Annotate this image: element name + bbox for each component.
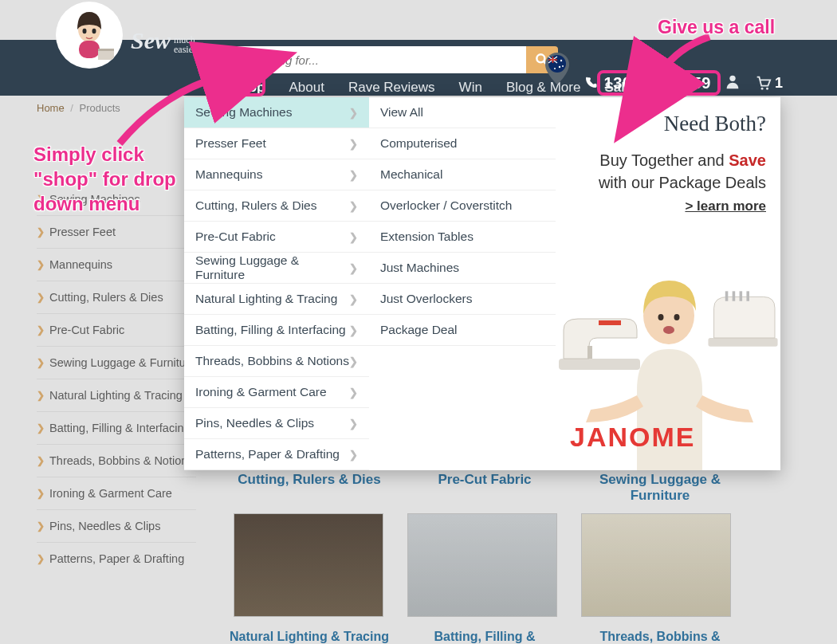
mega-item[interactable]: Batting, Filling & Interfacing❯: [184, 315, 369, 346]
chevron-right-icon: ❯: [37, 488, 45, 499]
sidebar-item[interactable]: ❯Batting, Filling & Interfacing: [37, 411, 196, 444]
card-link[interactable]: Pre-Cut Fabric: [405, 472, 564, 504]
mega-subitem[interactable]: Just Machines: [369, 253, 556, 284]
mega-item-label: Sewing Luggage & Furniture: [195, 253, 349, 282]
sidebar-item[interactable]: ❯Pins, Needles & Clips: [37, 509, 196, 542]
chevron-right-icon: ❯: [349, 293, 358, 305]
card-link[interactable]: Threads, Bobbins & Notions: [580, 630, 740, 644]
mega-subitem[interactable]: Extension Tables: [369, 222, 556, 253]
mega-subitem[interactable]: Package Deal: [369, 315, 556, 346]
mega-item[interactable]: Sewing Machines❯: [184, 97, 369, 128]
sidebar-item[interactable]: ❯Presser Feet: [37, 215, 196, 248]
promo-image: JANOME: [556, 263, 780, 470]
mega-item-label: Batting, Filling & Interfacing: [195, 323, 346, 337]
chevron-right-icon: ❯: [349, 231, 358, 243]
mega-item-label: Pins, Needles & Clips: [195, 416, 314, 430]
sidebar-item-label: Ironing & Garment Care: [49, 487, 172, 500]
sidebar-item-label: Threads, Bobbins & Notions: [49, 454, 194, 467]
sidebar-item[interactable]: ❯Sewing Machines: [37, 183, 196, 215]
card-link[interactable]: Natural Lighting & Tracing: [230, 630, 389, 644]
sidebar-item[interactable]: ❯Cutting, Rulers & Dies: [37, 281, 196, 313]
mega-col2: View AllComputerisedMechanicalOverlocker…: [369, 97, 556, 470]
logo-avatar: [56, 2, 123, 69]
card-thumb[interactable]: [234, 513, 383, 617]
card-thumb[interactable]: [581, 513, 731, 617]
mega-subitem-label: Overlocker / Coverstitch: [380, 198, 512, 213]
phone-number[interactable]: 1300 88 11 59: [584, 74, 711, 92]
svg-point-27: [658, 314, 664, 320]
mega-subitem[interactable]: Overlocker / Coverstitch: [369, 190, 556, 222]
sidebar-item-label: Patterns, Paper & Drafting: [49, 552, 184, 565]
logo[interactable]: Sewmucheasier: [56, 2, 196, 69]
chevron-right-icon: ❯: [349, 355, 358, 367]
mega-subitem[interactable]: Mechanical: [369, 159, 556, 190]
search-bar: [226, 46, 558, 73]
mega-subitem-label: Extension Tables: [380, 230, 474, 244]
card-link[interactable]: Batting, Filling & Interfacing: [405, 630, 564, 644]
mega-item-label: Ironing & Garment Care: [195, 385, 327, 399]
mega-subitem-label: Mechanical: [380, 167, 442, 182]
mega-item-label: Patterns, Paper & Drafting: [195, 447, 340, 461]
chevron-right-icon: ❯: [37, 194, 45, 205]
breadcrumb-home[interactable]: Home: [37, 102, 65, 114]
sidebar-item[interactable]: ❯Patterns, Paper & Drafting: [37, 542, 196, 575]
svg-point-14: [562, 65, 564, 67]
mega-subitem-label: View All: [380, 105, 423, 120]
mega-item-label: Presser Feet: [195, 136, 266, 151]
sidebar-item[interactable]: ❯Pre-Cut Fabric: [37, 313, 196, 346]
svg-point-3: [92, 29, 96, 33]
chevron-right-icon: ❯: [37, 422, 45, 434]
mega-subitem[interactable]: Computerised: [369, 128, 556, 159]
card-link[interactable]: Sewing Luggage & Furniture: [580, 472, 740, 504]
phone-icon: [584, 76, 598, 90]
account-icon[interactable]: [724, 73, 741, 93]
sidebar-item[interactable]: ❯Sewing Luggage & Furniture: [37, 346, 196, 379]
chevron-right-icon: ❯: [37, 553, 45, 564]
sidebar-item-label: Natural Lighting & Tracing: [49, 389, 183, 402]
card-thumb[interactable]: [407, 513, 557, 617]
sidebar-item[interactable]: ❯Ironing & Garment Care: [37, 477, 196, 509]
cart-count: 1: [775, 75, 783, 92]
product-row1-titles: Cutting, Rulers & Dies Pre-Cut Fabric Se…: [230, 472, 740, 504]
sidebar-item[interactable]: ❯Threads, Bobbins & Notions: [37, 444, 196, 477]
promo-brand: JANOME: [570, 422, 695, 453]
svg-point-16: [761, 88, 764, 90]
mega-item[interactable]: Pins, Needles & Clips❯: [184, 408, 369, 439]
card-link[interactable]: Cutting, Rulers & Dies: [230, 472, 389, 504]
sidebar-item[interactable]: ❯Mannequins: [37, 248, 196, 281]
mega-item[interactable]: Ironing & Garment Care❯: [184, 377, 369, 408]
chevron-right-icon: ❯: [37, 455, 45, 466]
svg-point-11: [560, 60, 561, 61]
chevron-right-icon: ❯: [349, 200, 358, 212]
mega-subitem-label: Package Deal: [380, 323, 458, 337]
chevron-right-icon: ❯: [349, 169, 358, 181]
chevron-right-icon: ❯: [349, 324, 358, 336]
mega-item[interactable]: Patterns, Paper & Drafting❯: [184, 439, 369, 470]
mega-col1: Sewing Machines❯Presser Feet❯Mannequins❯…: [184, 97, 369, 470]
mega-subitem[interactable]: Just Overlockers: [369, 284, 556, 315]
locale-pin[interactable]: [544, 51, 571, 86]
breadcrumb-products: Products: [80, 102, 120, 114]
mega-item[interactable]: Natural Lighting & Tracing❯: [184, 284, 369, 315]
promo-learn-more[interactable]: > learn more: [570, 198, 766, 214]
mega-item[interactable]: Pre-Cut Fabric❯: [184, 222, 369, 253]
mega-item-label: Threads, Bobbins & Notions: [195, 354, 349, 368]
mega-item[interactable]: Presser Feet❯: [184, 128, 369, 159]
cart[interactable]: 1: [754, 74, 783, 92]
sidebar-item-label: Cutting, Rulers & Dies: [49, 291, 163, 304]
mega-item[interactable]: Mannequins❯: [184, 159, 369, 190]
chevron-right-icon: ❯: [37, 324, 45, 336]
svg-point-15: [729, 76, 735, 81]
mega-item-label: Pre-Cut Fabric: [195, 230, 276, 244]
mega-item[interactable]: Threads, Bobbins & Notions❯: [184, 346, 369, 377]
sidebar-item[interactable]: ❯Natural Lighting & Tracing: [37, 379, 196, 411]
phone-text: 1300 88 11 59: [604, 74, 711, 92]
mega-item[interactable]: Sewing Luggage & Furniture❯: [184, 253, 369, 284]
mega-subitem[interactable]: View All: [369, 97, 556, 128]
sidebar-item-label: Batting, Filling & Interfacing: [49, 422, 191, 434]
cart-icon: [754, 74, 772, 92]
search-input[interactable]: [226, 46, 526, 73]
mega-subitem-label: Computerised: [380, 136, 458, 151]
mega-item[interactable]: Cutting, Rulers & Dies❯: [184, 190, 369, 222]
chevron-right-icon: ❯: [349, 262, 358, 274]
